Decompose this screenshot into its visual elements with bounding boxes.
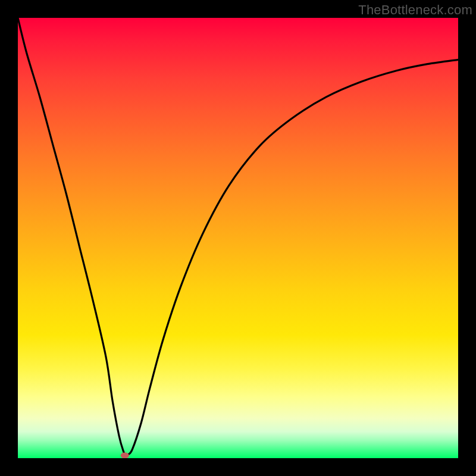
chart-container: TheBottleneck.com xyxy=(0,0,476,476)
bottleneck-curve xyxy=(18,18,458,456)
watermark-text: TheBottleneck.com xyxy=(358,2,472,18)
optimal-point-marker xyxy=(121,453,129,458)
chart-svg xyxy=(18,18,458,458)
plot-area xyxy=(18,18,458,458)
